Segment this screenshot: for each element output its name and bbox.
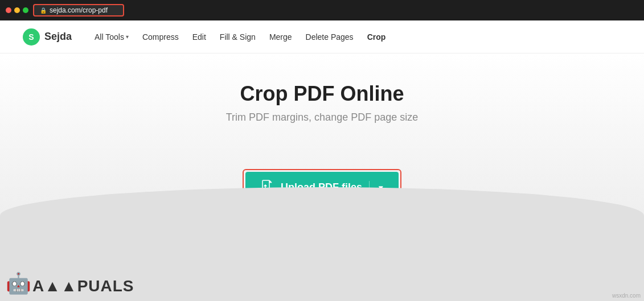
maximize-window-button[interactable]	[23, 7, 28, 13]
browser-chrome: 🔒 sejda.com/crop-pdf	[0, 0, 644, 20]
lock-icon: 🔒	[40, 7, 47, 14]
page-title: Crop PDF Online	[240, 82, 404, 106]
minimize-window-button[interactable]	[14, 7, 20, 13]
chevron-down-icon: ▾	[126, 34, 129, 40]
logo[interactable]: S Sejda	[23, 28, 72, 46]
address-bar[interactable]: 🔒 sejda.com/crop-pdf	[33, 4, 124, 17]
window-controls	[6, 7, 28, 13]
nav-fill-sign[interactable]: Fill & Sign	[220, 32, 256, 42]
nav-edit[interactable]: Edit	[192, 32, 206, 42]
nav-links: All Tools ▾ Compress Edit Fill & Sign Me…	[95, 32, 385, 42]
appuals-logo: 🤖 A▲▲PUALS	[6, 271, 134, 295]
page-subtitle: Trim PDF margins, change PDF page size	[226, 112, 418, 123]
url-text: sejda.com/crop-pdf	[50, 6, 108, 14]
logo-icon: S	[23, 28, 40, 46]
hero-section: Crop PDF Online Trim PDF margins, change…	[0, 53, 644, 301]
navbar: S Sejda All Tools ▾ Compress Edit Fill &…	[0, 20, 644, 53]
nav-merge[interactable]: Merge	[269, 32, 292, 42]
close-window-button[interactable]	[6, 7, 11, 13]
logo-name: Sejda	[44, 31, 72, 43]
nav-compress[interactable]: Compress	[142, 32, 179, 42]
nav-all-tools[interactable]: All Tools ▾	[95, 32, 129, 42]
hero-content: Crop PDF Online Trim PDF margins, change…	[226, 82, 418, 135]
nav-crop[interactable]: Crop	[367, 32, 386, 42]
watermark: wsxdn.com	[612, 292, 641, 299]
nav-delete-pages[interactable]: Delete Pages	[306, 32, 354, 42]
appuals-text: A▲▲PUALS	[32, 277, 134, 295]
